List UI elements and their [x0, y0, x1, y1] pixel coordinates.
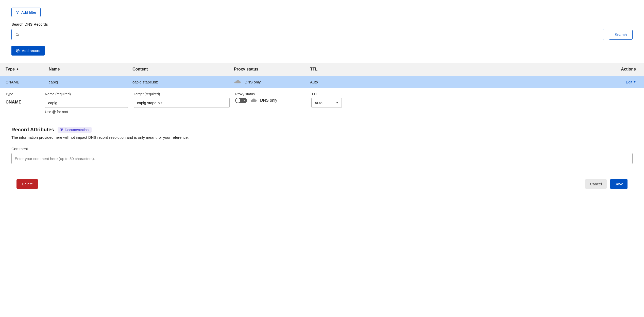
add-record-label: Add record: [22, 48, 40, 53]
svg-marker-7: [633, 81, 636, 83]
search-label: Search DNS Records: [11, 22, 633, 26]
record-attributes-section: Record Attributes Documentation The info…: [6, 127, 638, 171]
svg-marker-8: [336, 102, 338, 103]
cancel-button[interactable]: Cancel: [585, 179, 607, 189]
col-type-label: Type: [6, 67, 15, 72]
add-filter-button[interactable]: Add filter: [11, 8, 41, 17]
cell-proxy: DNS only: [234, 80, 310, 84]
sort-asc-icon: [16, 68, 19, 71]
col-name[interactable]: Name: [49, 67, 132, 72]
edit-name-col: Name (required) Use @ for root: [45, 92, 134, 114]
cell-ttl: Auto: [310, 80, 343, 84]
cell-type: CNAME: [6, 80, 49, 84]
search-icon: [15, 32, 19, 37]
comment-label: Comment: [11, 147, 633, 151]
proxy-value-label: DNS only: [260, 98, 277, 103]
svg-marker-0: [16, 11, 19, 14]
save-button[interactable]: Save: [610, 179, 628, 189]
col-ttl[interactable]: TTL: [310, 67, 343, 72]
edit-target-label: Target (required): [134, 92, 230, 96]
col-content[interactable]: Content: [132, 67, 234, 72]
footer-actions: Delete Cancel Save: [11, 179, 633, 189]
edit-ttl-label: TTL: [311, 92, 344, 96]
name-hint: Use @ for root: [45, 110, 128, 114]
add-filter-label: Add filter: [21, 10, 36, 14]
table-row[interactable]: CNAME capig capig.stape.biz DNS only Aut…: [0, 76, 644, 88]
search-button[interactable]: Search: [609, 30, 633, 40]
svg-line-2: [18, 35, 19, 36]
filter-icon: [16, 11, 19, 14]
attributes-title: Record Attributes: [11, 127, 54, 133]
ttl-value: Auto: [315, 101, 323, 105]
add-record-button[interactable]: Add record: [11, 46, 45, 56]
proxy-toggle[interactable]: ✕: [235, 98, 247, 103]
target-field[interactable]: [134, 98, 230, 108]
svg-marker-6: [16, 68, 19, 70]
caret-down-icon: [336, 102, 338, 104]
search-button-label: Search: [615, 32, 627, 37]
delete-button[interactable]: Delete: [16, 179, 38, 189]
table-header: Type Name Content Proxy status TTL Actio…: [0, 63, 644, 76]
search-input-container[interactable]: [11, 29, 604, 40]
cancel-label: Cancel: [590, 182, 602, 186]
edit-type-label: Type: [6, 92, 45, 96]
edit-label: Edit: [626, 80, 632, 84]
cell-content: capig.stape.biz: [132, 80, 234, 84]
cloud-icon: [234, 80, 241, 84]
cell-proxy-label: DNS only: [245, 80, 261, 84]
attributes-description: The information provided here will not i…: [11, 135, 633, 139]
caret-down-icon: [633, 81, 636, 83]
documentation-link[interactable]: Documentation: [58, 127, 92, 133]
edit-proxy-label: Proxy status: [235, 92, 311, 96]
col-proxy[interactable]: Proxy status: [234, 67, 310, 72]
edit-link[interactable]: Edit: [626, 80, 636, 84]
ttl-select[interactable]: Auto: [311, 98, 342, 108]
save-label: Save: [615, 182, 623, 186]
edit-name-label: Name (required): [45, 92, 128, 96]
search-input[interactable]: [19, 32, 600, 37]
col-actions: Actions: [343, 67, 638, 72]
book-icon: [60, 128, 63, 132]
col-type[interactable]: Type: [6, 67, 49, 72]
edit-panel: Type CNAME Name (required) Use @ for roo…: [0, 88, 644, 120]
comment-field[interactable]: [11, 153, 633, 164]
delete-label: Delete: [22, 182, 33, 186]
cell-name: capig: [49, 80, 132, 84]
documentation-label: Documentation: [65, 128, 89, 132]
x-icon: ✕: [243, 99, 245, 102]
cloud-icon: [250, 98, 257, 103]
edit-target-col: Target (required): [134, 92, 235, 108]
edit-type-value: CNAME: [6, 100, 45, 105]
edit-type-col: Type CNAME: [6, 92, 45, 105]
name-field[interactable]: [45, 98, 128, 108]
plus-circle-icon: [16, 49, 20, 53]
edit-proxy-col: Proxy status ✕ DNS only: [235, 92, 311, 103]
edit-ttl-col: TTL Auto: [311, 92, 344, 108]
